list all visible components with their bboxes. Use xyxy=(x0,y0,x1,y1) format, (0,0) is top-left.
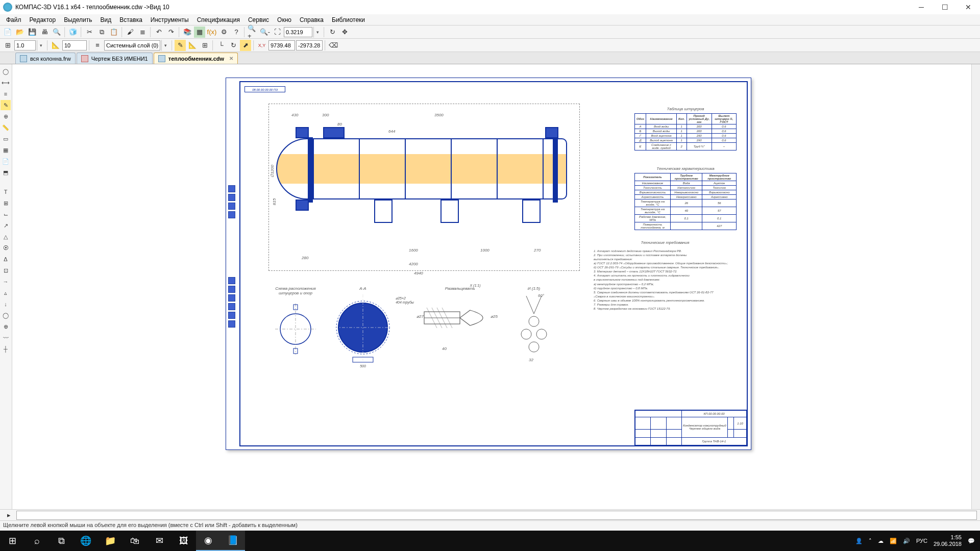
end-button[interactable]: ⌫ xyxy=(328,40,339,51)
dimensions-icon[interactable]: ⟷ xyxy=(1,78,11,88)
zoom-in-button[interactable]: 🔍+ xyxy=(247,27,258,38)
zoom-input[interactable] xyxy=(284,27,312,37)
tray-volume-icon[interactable]: 🔊 xyxy=(903,538,910,544)
ortho-button[interactable]: └ xyxy=(215,40,227,51)
tool-table[interactable]: ⊞ xyxy=(1,198,11,208)
notation-icon[interactable]: ≡ xyxy=(1,89,11,99)
tab-close-button[interactable]: ✕ xyxy=(229,56,233,61)
tool-leader[interactable]: ↗ xyxy=(1,220,11,231)
cut-button[interactable]: ✂ xyxy=(84,27,95,38)
menu-help[interactable]: Справка xyxy=(296,15,328,24)
size-input[interactable] xyxy=(62,40,87,51)
preview-button[interactable]: 🔍 xyxy=(51,27,62,38)
taskview-button[interactable]: ⧉ xyxy=(49,531,74,551)
store-icon[interactable]: 🛍 xyxy=(122,531,147,551)
coord-x-input[interactable] xyxy=(268,40,295,51)
tray-chevron-icon[interactable]: ˄ xyxy=(869,538,872,544)
size-icon[interactable]: 📐 xyxy=(50,40,61,51)
help-button[interactable]: ? xyxy=(231,27,242,38)
clock[interactable]: 1:55 29.06.2018 xyxy=(934,534,962,547)
param-icon[interactable]: ⊕ xyxy=(1,111,11,121)
scale-input[interactable] xyxy=(14,40,36,51)
menu-libraries[interactable]: Библиотеки xyxy=(328,15,369,24)
tool-change[interactable]: Δ xyxy=(1,254,11,264)
explorer-icon[interactable]: 📁 xyxy=(98,531,122,551)
layer-dropdown[interactable]: ▾ xyxy=(161,40,169,51)
edit-icon[interactable]: ✎ xyxy=(1,100,11,110)
mail-icon[interactable]: ✉ xyxy=(147,531,172,551)
insert-icon[interactable]: ⬒ xyxy=(1,167,11,178)
toolbar-button[interactable]: ▦ xyxy=(194,27,205,38)
vertical-scrollbar[interactable] xyxy=(971,64,980,551)
tool-remote[interactable]: ◯ xyxy=(1,310,11,320)
reports-icon[interactable]: 📄 xyxy=(1,156,11,166)
menu-select[interactable]: Выделить xyxy=(60,15,96,24)
menu-service[interactable]: Сервис xyxy=(244,15,273,24)
doc-tab-0[interactable]: вся колонна.frw xyxy=(15,53,76,64)
tool-brand[interactable]: △ xyxy=(1,232,11,242)
tray-onedrive-icon[interactable]: ☁ xyxy=(878,538,884,544)
spec-icon[interactable]: ▦ xyxy=(1,145,11,155)
close-button[interactable]: ✕ xyxy=(957,0,980,14)
coord-y-input[interactable] xyxy=(296,40,323,51)
refresh-button[interactable]: ↻ xyxy=(327,27,338,38)
menu-insert[interactable]: Вставка xyxy=(115,15,146,24)
fx-button[interactable]: f(x) xyxy=(206,27,217,38)
redo-button[interactable]: ↷ xyxy=(165,27,177,38)
tree-button[interactable]: ⊞ xyxy=(2,40,13,51)
tool-cut[interactable]: ▵ xyxy=(1,288,11,298)
round-button[interactable]: ↻ xyxy=(228,40,239,51)
select-icon[interactable]: ▭ xyxy=(1,134,11,144)
cmd-type-icon[interactable]: ▸ xyxy=(3,510,14,521)
tray-people-icon[interactable]: 👤 xyxy=(855,538,863,544)
pan-button[interactable]: ✥ xyxy=(339,27,350,38)
minimize-button[interactable]: ─ xyxy=(910,0,933,14)
undo-button[interactable]: ↶ xyxy=(153,27,164,38)
variables-button[interactable]: ⚙ xyxy=(218,27,230,38)
kompas-taskbar-icon[interactable]: ◉ xyxy=(196,531,220,551)
tool-wave[interactable]: 〰 xyxy=(1,333,11,343)
grid-button[interactable]: ⊞ xyxy=(199,40,210,51)
tool-view[interactable]: ↓ xyxy=(1,299,11,309)
tool-tolerance[interactable]: ⊡ xyxy=(1,265,11,276)
edge-icon[interactable]: 🌐 xyxy=(74,531,98,551)
canvas[interactable]: 08.00.00.00.00 ПЗ xyxy=(12,64,980,551)
new-button[interactable]: 📄 xyxy=(2,27,13,38)
tray-network-icon[interactable]: 📶 xyxy=(890,538,897,544)
snap-button[interactable]: ✎ xyxy=(175,40,186,51)
doc-tab-2[interactable]: теплообменник.cdw ✕ xyxy=(154,53,238,64)
tool-base[interactable]: ⌙ xyxy=(1,209,11,219)
layers-icon[interactable]: ≡ xyxy=(92,40,103,51)
binding-button[interactable]: 📐 xyxy=(187,40,198,51)
layer-input[interactable] xyxy=(104,40,160,51)
cube-icon[interactable]: 🧊 xyxy=(67,27,79,38)
tool-axis[interactable]: ┼ xyxy=(1,344,11,354)
menu-editor[interactable]: Редактор xyxy=(26,15,60,24)
menu-spec[interactable]: Спецификация xyxy=(193,15,244,24)
notifications-icon[interactable]: 💬 xyxy=(968,538,975,544)
geometry-icon[interactable]: ◯ xyxy=(1,66,11,77)
measure-icon[interactable]: 📏 xyxy=(1,122,11,133)
paste-button[interactable]: 📋 xyxy=(108,27,119,38)
scale-dropdown[interactable]: ▾ xyxy=(37,40,45,51)
photos-icon[interactable]: 🖼 xyxy=(172,531,196,551)
zoom-window-button[interactable]: ⛶ xyxy=(272,27,283,38)
save-button[interactable]: 💾 xyxy=(27,27,38,38)
print-button[interactable]: 🖶 xyxy=(39,27,50,38)
start-button[interactable]: ⊞ xyxy=(0,531,24,551)
menu-window[interactable]: Окно xyxy=(273,15,296,24)
menu-tools[interactable]: Инструменты xyxy=(146,15,193,24)
menu-file[interactable]: Файл xyxy=(2,15,26,24)
lcs-button[interactable]: ⬈ xyxy=(240,40,251,51)
doc-tab-1[interactable]: Чертеж БЕЗ ИМЕНИ1 xyxy=(77,53,153,64)
tool-arrow[interactable]: → xyxy=(1,277,11,287)
tool-center[interactable]: ⊕ xyxy=(1,321,11,332)
search-button[interactable]: ⌕ xyxy=(24,531,49,551)
brush-icon[interactable]: 🖌 xyxy=(125,27,136,38)
zoom-out-button[interactable]: 🔍- xyxy=(259,27,271,38)
word-taskbar-icon[interactable]: 📘 xyxy=(220,531,245,551)
command-input[interactable] xyxy=(16,511,977,520)
tool-mark[interactable]: ⦿ xyxy=(1,243,11,253)
library-button[interactable]: 📚 xyxy=(182,27,193,38)
properties-button[interactable]: ≣ xyxy=(137,27,148,38)
